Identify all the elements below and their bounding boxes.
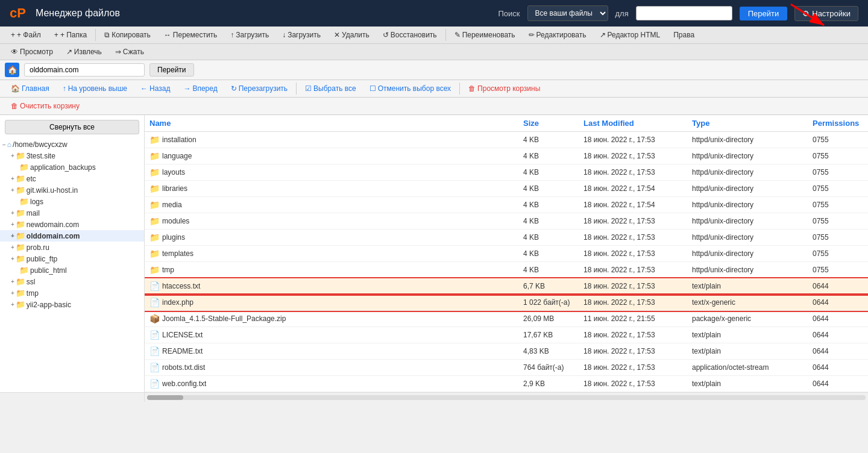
- table-row[interactable]: 📁 modules 4 KB 18 июн. 2022 г., 17:53 ht…: [145, 213, 868, 230]
- tree-item[interactable]: 📁 logs: [0, 196, 144, 207]
- name-cell[interactable]: 📦 Joomla_4.1.5-Stable-Full_Package.zip: [145, 311, 518, 327]
- deselect-button[interactable]: ☐ Отменить выбор всех: [363, 83, 457, 95]
- html-editor-button[interactable]: ↗ Редактор HTML: [594, 29, 667, 41]
- tree-item[interactable]: + 📁 3test.site: [0, 150, 144, 161]
- new-folder-button[interactable]: + + Папка: [48, 29, 93, 41]
- modified-cell: 18 июн. 2022 г., 17:53: [579, 295, 687, 311]
- name-cell[interactable]: 📁 media: [145, 197, 518, 213]
- name-cell[interactable]: 📄 robots.txt.dist: [145, 360, 518, 376]
- permissions-cell: 0644: [808, 360, 868, 376]
- table-row[interactable]: 📁 templates 4 KB 18 июн. 2022 г., 17:53 …: [145, 246, 868, 262]
- copy-button[interactable]: ⧉ Копировать: [98, 29, 157, 41]
- tree-item[interactable]: + 📁 yii2-app-basic: [0, 299, 144, 310]
- table-row[interactable]: 📄 README.txt 4,83 KB 18 июн. 2022 г., 17…: [145, 343, 868, 360]
- download-button[interactable]: ↓ Загрузить: [276, 29, 327, 41]
- tree-item[interactable]: + 📁 prob.ru: [0, 242, 144, 253]
- table-row[interactable]: 📁 libraries 4 KB 18 июн. 2022 г., 17:54 …: [145, 181, 868, 197]
- forward-button[interactable]: → Вперед: [177, 83, 223, 95]
- table-row[interactable]: 📁 media 4 KB 18 июн. 2022 г., 17:54 http…: [145, 197, 868, 213]
- table-row[interactable]: 📁 tmp 4 KB 18 июн. 2022 г., 17:53 httpd/…: [145, 262, 868, 278]
- select-all-button[interactable]: ☑ Выбрать все: [299, 83, 362, 95]
- permissions-cell: 0644: [808, 295, 868, 311]
- name-cell[interactable]: 📁 libraries: [145, 181, 518, 197]
- table-row[interactable]: 📄 robots.txt.dist 764 байт(-а) 18 июн. 2…: [145, 360, 868, 376]
- name-cell[interactable]: 📁 plugins: [145, 230, 518, 246]
- permissions-column-header[interactable]: Permissions: [808, 115, 868, 132]
- table-row[interactable]: 📁 language 4 KB 18 июн. 2022 г., 17:53 h…: [145, 148, 868, 164]
- tree-item[interactable]: + 📁 ssl: [0, 276, 144, 287]
- table-row[interactable]: 📁 installation 4 KB 18 июн. 2022 г., 17:…: [145, 132, 868, 148]
- new-file-button[interactable]: + + Файл: [5, 29, 47, 41]
- tree-item[interactable]: + 📁 etc: [0, 173, 144, 184]
- name-cell[interactable]: 📄 index.php: [145, 295, 518, 311]
- path-go-button[interactable]: Перейти: [149, 63, 194, 77]
- type-cell: text/plain: [687, 343, 808, 360]
- back-button[interactable]: ← Назад: [134, 83, 176, 95]
- tree-item[interactable]: + 📁 public_ftp: [0, 253, 144, 264]
- reload-button[interactable]: ↻ Перезагрузить: [225, 83, 294, 95]
- name-cell[interactable]: 📄 web.config.txt: [145, 376, 518, 392]
- table-row[interactable]: 📄 index.php 1 022 байт(-а) 18 июн. 2022 …: [145, 295, 868, 311]
- file-list-container[interactable]: Name Size Last Modified Type Permissions…: [145, 115, 868, 392]
- plus-expand-icon: +: [11, 175, 14, 182]
- home-nav-button[interactable]: 🏠 Главная: [5, 83, 55, 95]
- size-column-header[interactable]: Size: [518, 115, 579, 132]
- path-input[interactable]: [24, 63, 145, 77]
- name-cell[interactable]: 📁 layouts: [145, 164, 518, 181]
- home-icon[interactable]: 🏠: [5, 63, 19, 77]
- tree-item[interactable]: 📁 application_backups: [0, 161, 144, 173]
- last-modified-column-header[interactable]: Last Modified: [579, 115, 687, 132]
- edit-button[interactable]: ✏ Редактировать: [523, 29, 593, 41]
- name-cell[interactable]: 📁 templates: [145, 246, 518, 262]
- tree-item[interactable]: 📁 public_html: [0, 264, 144, 276]
- view-button[interactable]: 👁 Просмотр: [5, 46, 59, 58]
- compress-button[interactable]: ⇒ Сжать: [109, 46, 150, 58]
- tree-item-active[interactable]: + 📁 olddomain.com: [0, 230, 144, 242]
- up-level-button[interactable]: ↑ На уровень выше: [57, 83, 133, 95]
- table-row[interactable]: 📄 LICENSE.txt 17,67 KB 18 июн. 2022 г., …: [145, 327, 868, 343]
- upload-button[interactable]: ↑ Загрузить: [224, 29, 275, 41]
- folder-icon: 📁: [19, 266, 29, 275]
- move-button[interactable]: ↔ Переместить: [158, 29, 224, 41]
- extract-button[interactable]: ↗ Извлечь: [60, 46, 108, 58]
- name-cell[interactable]: 📄 LICENSE.txt: [145, 327, 518, 343]
- rename-button[interactable]: ✎ Переименовать: [448, 29, 521, 41]
- tree-item[interactable]: + 📁 mail: [0, 207, 144, 219]
- table-row[interactable]: 📄 htaccess.txt 6,7 KB 18 июн. 2022 г., 1…: [145, 278, 868, 295]
- delete-button[interactable]: ✕ Удалить: [328, 29, 376, 41]
- name-cell[interactable]: 📁 modules: [145, 213, 518, 230]
- restore-button[interactable]: ↺ Восстановить: [377, 29, 443, 41]
- folder-icon: 📁: [16, 277, 25, 286]
- table-row[interactable]: 📄 web.config.txt 2,9 KB 18 июн. 2022 г.,…: [145, 376, 868, 392]
- table-row[interactable]: 📁 layouts 4 KB 18 июн. 2022 г., 17:53 ht…: [145, 164, 868, 181]
- file-type-icon: 📄: [149, 346, 160, 356]
- type-cell: httpd/unix-directory: [687, 197, 808, 213]
- tree-item-label: /home/bwcycxzw: [13, 140, 68, 149]
- name-cell[interactable]: 📁 tmp: [145, 262, 518, 278]
- table-row[interactable]: 📁 plugins 4 KB 18 июн. 2022 г., 17:53 ht…: [145, 230, 868, 246]
- trash-view-button[interactable]: 🗑 Просмотр корзины: [462, 83, 546, 95]
- size-cell: 6,7 KB: [518, 278, 579, 295]
- horizontal-scrollbar[interactable]: [0, 392, 868, 402]
- name-cell[interactable]: 📁 installation: [145, 132, 518, 148]
- trash-icon: 🗑: [11, 102, 18, 110]
- rights-button[interactable]: Права: [667, 29, 700, 41]
- search-scope-select[interactable]: Все ваши файлы: [527, 5, 608, 21]
- name-cell[interactable]: 📄 README.txt: [145, 343, 518, 360]
- file-type-icon: 📁: [149, 265, 160, 275]
- name-column-header[interactable]: Name: [145, 115, 518, 132]
- tree-root-item[interactable]: − ⌂ /home/bwcycxzw: [0, 139, 144, 150]
- tree-item[interactable]: + 📁 newdomain.com: [0, 219, 144, 230]
- clear-trash-button[interactable]: 🗑 Очистить корзину: [5, 100, 86, 112]
- settings-button[interactable]: ⚙ Настройки: [794, 6, 858, 21]
- table-row[interactable]: 📦 Joomla_4.1.5-Stable-Full_Package.zip 2…: [145, 311, 868, 327]
- collapse-all-button[interactable]: Свернуть все: [5, 120, 139, 134]
- search-go-button[interactable]: Перейти: [740, 7, 788, 20]
- tree-item[interactable]: + 📁 git.wiki.u-host.in: [0, 184, 144, 196]
- tree-item[interactable]: + 📁 tmp: [0, 287, 144, 299]
- type-column-header[interactable]: Type: [687, 115, 808, 132]
- filename-label: layouts: [162, 168, 185, 177]
- name-cell[interactable]: 📄 htaccess.txt: [145, 278, 518, 295]
- name-cell[interactable]: 📁 language: [145, 148, 518, 164]
- search-input[interactable]: [636, 6, 732, 20]
